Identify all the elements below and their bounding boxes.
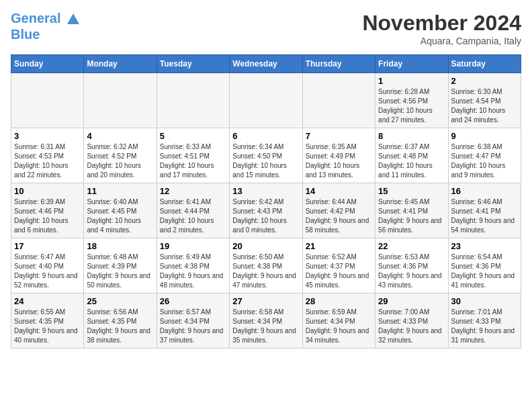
weekday-header-row: SundayMondayTuesdayWednesdayThursdayFrid… xyxy=(11,55,521,73)
calendar-day-cell: 25Sunrise: 6:56 AM Sunset: 4:35 PM Dayli… xyxy=(84,293,157,349)
calendar-day-cell: 18Sunrise: 6:48 AM Sunset: 4:39 PM Dayli… xyxy=(84,238,157,293)
day-info: Sunrise: 6:34 AM Sunset: 4:50 PM Dayligh… xyxy=(232,142,299,180)
day-number: 28 xyxy=(306,296,372,306)
day-number: 9 xyxy=(451,131,518,141)
page-header: General Blue November 2024 Aquara, Campa… xyxy=(11,11,521,46)
calendar-day-cell: 10Sunrise: 6:39 AM Sunset: 4:46 PM Dayli… xyxy=(11,183,84,238)
day-number: 19 xyxy=(160,241,226,251)
day-number: 27 xyxy=(232,296,299,306)
day-number: 16 xyxy=(451,186,518,196)
day-number: 7 xyxy=(306,131,372,141)
day-number: 13 xyxy=(232,186,299,196)
day-number: 18 xyxy=(87,241,153,251)
day-number: 10 xyxy=(14,186,81,196)
day-number: 6 xyxy=(232,131,299,141)
day-number: 23 xyxy=(451,241,518,251)
day-info: Sunrise: 6:46 AM Sunset: 4:41 PM Dayligh… xyxy=(451,197,518,235)
weekday-header-cell: Wednesday xyxy=(230,55,302,73)
day-info: Sunrise: 6:41 AM Sunset: 4:44 PM Dayligh… xyxy=(160,197,226,235)
day-info: Sunrise: 6:59 AM Sunset: 4:34 PM Dayligh… xyxy=(306,308,372,345)
calendar-day-cell: 23Sunrise: 6:54 AM Sunset: 4:36 PM Dayli… xyxy=(448,238,521,293)
day-number: 14 xyxy=(306,186,372,196)
day-info: Sunrise: 6:45 AM Sunset: 4:41 PM Dayligh… xyxy=(378,197,445,235)
calendar-day-cell: 27Sunrise: 6:58 AM Sunset: 4:34 PM Dayli… xyxy=(230,293,302,349)
svg-marker-0 xyxy=(67,13,79,24)
day-number: 25 xyxy=(87,296,153,306)
calendar-week-row: 1Sunrise: 6:28 AM Sunset: 4:56 PM Daylig… xyxy=(11,73,521,128)
month-title: November 2024 xyxy=(362,11,521,36)
day-info: Sunrise: 6:37 AM Sunset: 4:48 PM Dayligh… xyxy=(378,142,445,180)
day-info: Sunrise: 6:32 AM Sunset: 4:52 PM Dayligh… xyxy=(87,142,153,180)
weekday-header-cell: Saturday xyxy=(448,55,521,73)
day-info: Sunrise: 6:52 AM Sunset: 4:37 PM Dayligh… xyxy=(306,253,372,290)
day-info: Sunrise: 6:56 AM Sunset: 4:35 PM Dayligh… xyxy=(87,308,153,345)
calendar-day-cell: 3Sunrise: 6:31 AM Sunset: 4:53 PM Daylig… xyxy=(11,128,84,183)
calendar-day-cell: 26Sunrise: 6:57 AM Sunset: 4:34 PM Dayli… xyxy=(157,293,229,349)
calendar-week-row: 17Sunrise: 6:47 AM Sunset: 4:40 PM Dayli… xyxy=(11,238,521,293)
calendar-table: SundayMondayTuesdayWednesdayThursdayFrid… xyxy=(11,54,521,349)
day-number: 29 xyxy=(378,296,445,306)
calendar-day-cell: 21Sunrise: 6:52 AM Sunset: 4:37 PM Dayli… xyxy=(302,238,375,293)
day-number: 22 xyxy=(378,241,445,251)
day-number: 1 xyxy=(378,76,445,86)
day-number: 26 xyxy=(160,296,226,306)
calendar-week-row: 24Sunrise: 6:55 AM Sunset: 4:35 PM Dayli… xyxy=(11,293,521,349)
day-info: Sunrise: 6:30 AM Sunset: 4:54 PM Dayligh… xyxy=(451,87,518,125)
calendar-day-cell: 29Sunrise: 7:00 AM Sunset: 4:33 PM Dayli… xyxy=(375,293,448,349)
calendar-day-cell: 19Sunrise: 6:49 AM Sunset: 4:38 PM Dayli… xyxy=(157,238,229,293)
day-number: 30 xyxy=(451,296,518,306)
day-number: 3 xyxy=(14,131,81,141)
calendar-day-cell: 4Sunrise: 6:32 AM Sunset: 4:52 PM Daylig… xyxy=(84,128,157,183)
weekday-header-cell: Tuesday xyxy=(157,55,229,73)
day-info: Sunrise: 6:40 AM Sunset: 4:45 PM Dayligh… xyxy=(87,197,153,235)
calendar-day-cell: 11Sunrise: 6:40 AM Sunset: 4:45 PM Dayli… xyxy=(84,183,157,238)
day-number: 21 xyxy=(306,241,372,251)
day-info: Sunrise: 6:47 AM Sunset: 4:40 PM Dayligh… xyxy=(14,253,81,290)
weekday-header-cell: Monday xyxy=(84,55,157,73)
day-info: Sunrise: 6:39 AM Sunset: 4:46 PM Dayligh… xyxy=(14,197,81,235)
day-info: Sunrise: 6:35 AM Sunset: 4:49 PM Dayligh… xyxy=(306,142,372,180)
day-info: Sunrise: 6:44 AM Sunset: 4:42 PM Dayligh… xyxy=(306,197,372,235)
day-info: Sunrise: 6:53 AM Sunset: 4:36 PM Dayligh… xyxy=(378,253,445,290)
day-number: 2 xyxy=(451,76,518,86)
calendar-day-cell xyxy=(230,73,302,128)
calendar-day-cell: 8Sunrise: 6:37 AM Sunset: 4:48 PM Daylig… xyxy=(375,128,448,183)
day-info: Sunrise: 7:01 AM Sunset: 4:33 PM Dayligh… xyxy=(451,308,518,345)
day-info: Sunrise: 6:42 AM Sunset: 4:43 PM Dayligh… xyxy=(232,197,299,235)
calendar-day-cell: 20Sunrise: 6:50 AM Sunset: 4:38 PM Dayli… xyxy=(230,238,302,293)
weekday-header-cell: Sunday xyxy=(11,55,84,73)
calendar-day-cell: 17Sunrise: 6:47 AM Sunset: 4:40 PM Dayli… xyxy=(11,238,84,293)
calendar-week-row: 10Sunrise: 6:39 AM Sunset: 4:46 PM Dayli… xyxy=(11,183,521,238)
logo: General Blue xyxy=(11,11,81,42)
calendar-day-cell: 15Sunrise: 6:45 AM Sunset: 4:41 PM Dayli… xyxy=(375,183,448,238)
title-area: November 2024 Aquara, Campania, Italy xyxy=(362,11,521,46)
logo-blue: Blue xyxy=(11,27,81,42)
day-info: Sunrise: 6:58 AM Sunset: 4:34 PM Dayligh… xyxy=(232,308,299,345)
day-info: Sunrise: 6:50 AM Sunset: 4:38 PM Dayligh… xyxy=(232,253,299,290)
calendar-day-cell: 7Sunrise: 6:35 AM Sunset: 4:49 PM Daylig… xyxy=(302,128,375,183)
day-number: 20 xyxy=(232,241,299,251)
day-number: 17 xyxy=(14,241,81,251)
weekday-header-cell: Thursday xyxy=(302,55,375,73)
calendar-day-cell xyxy=(11,73,84,128)
calendar-day-cell: 5Sunrise: 6:33 AM Sunset: 4:51 PM Daylig… xyxy=(157,128,229,183)
calendar-day-cell: 28Sunrise: 6:59 AM Sunset: 4:34 PM Dayli… xyxy=(302,293,375,349)
calendar-day-cell: 2Sunrise: 6:30 AM Sunset: 4:54 PM Daylig… xyxy=(448,73,521,128)
day-info: Sunrise: 6:57 AM Sunset: 4:34 PM Dayligh… xyxy=(160,308,226,345)
calendar-day-cell: 9Sunrise: 6:38 AM Sunset: 4:47 PM Daylig… xyxy=(448,128,521,183)
day-number: 5 xyxy=(160,131,226,141)
weekday-header-cell: Friday xyxy=(375,55,448,73)
day-number: 24 xyxy=(14,296,81,306)
day-info: Sunrise: 6:38 AM Sunset: 4:47 PM Dayligh… xyxy=(451,142,518,180)
day-info: Sunrise: 6:31 AM Sunset: 4:53 PM Dayligh… xyxy=(14,142,81,180)
calendar-week-row: 3Sunrise: 6:31 AM Sunset: 4:53 PM Daylig… xyxy=(11,128,521,183)
calendar-day-cell: 13Sunrise: 6:42 AM Sunset: 4:43 PM Dayli… xyxy=(230,183,302,238)
location-subtitle: Aquara, Campania, Italy xyxy=(362,36,521,46)
day-info: Sunrise: 6:48 AM Sunset: 4:39 PM Dayligh… xyxy=(87,253,153,290)
calendar-day-cell: 1Sunrise: 6:28 AM Sunset: 4:56 PM Daylig… xyxy=(375,73,448,128)
calendar-day-cell xyxy=(84,73,157,128)
day-info: Sunrise: 6:33 AM Sunset: 4:51 PM Dayligh… xyxy=(160,142,226,180)
calendar-day-cell: 14Sunrise: 6:44 AM Sunset: 4:42 PM Dayli… xyxy=(302,183,375,238)
day-info: Sunrise: 6:28 AM Sunset: 4:56 PM Dayligh… xyxy=(378,87,445,125)
day-number: 4 xyxy=(87,131,153,141)
